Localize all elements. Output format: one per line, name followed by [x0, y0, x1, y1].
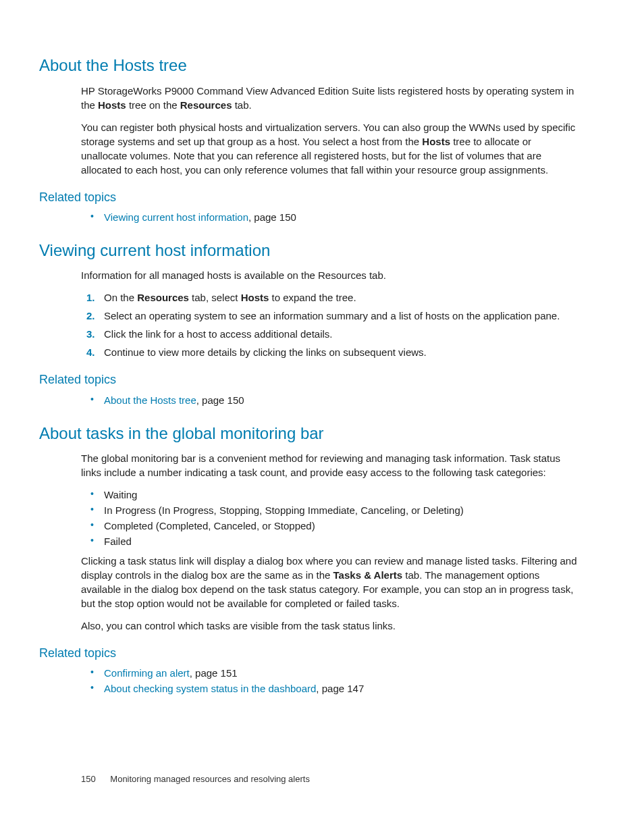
- related-topics-heading: Related topics: [39, 371, 578, 388]
- text: , page 151: [190, 667, 238, 679]
- bold-text: Hosts: [98, 99, 126, 111]
- text: tab.: [232, 99, 252, 111]
- heading-viewing-current-host-info: Viewing current host information: [39, 239, 578, 262]
- document-page: About the Hosts tree HP StorageWorks P90…: [0, 0, 644, 834]
- section2-body: Information for all managed hosts is ava…: [81, 268, 578, 359]
- text: tree on the: [126, 99, 180, 111]
- link-about-checking-system-status[interactable]: About checking system status in the dash…: [104, 683, 316, 694]
- link-about-hosts-tree[interactable]: About the Hosts tree: [104, 394, 196, 406]
- bold-text: Hosts: [241, 292, 269, 303]
- related-topics-heading: Related topics: [39, 645, 578, 662]
- list-item: About the Hosts tree, page 150: [81, 393, 578, 407]
- text: to expand the tree.: [269, 292, 356, 303]
- link-confirming-an-alert[interactable]: Confirming an alert: [104, 667, 190, 679]
- section1-related: Viewing current host information, page 1…: [81, 210, 578, 224]
- section3-para2: Clicking a task status link will display…: [81, 554, 578, 610]
- section1-body: HP StorageWorks P9000 Command View Advan…: [81, 84, 578, 177]
- steps-list: On the Resources tab, select Hosts to ex…: [81, 290, 578, 359]
- related-topics-list: Viewing current host information, page 1…: [81, 210, 578, 224]
- link-viewing-current-host-info[interactable]: Viewing current host information: [104, 211, 248, 223]
- list-item: Completed (Completed, Canceled, or Stopp…: [81, 519, 578, 533]
- section3-related: Confirming an alert, page 151 About chec…: [81, 666, 578, 696]
- section3-body: The global monitoring bar is a convenien…: [81, 451, 578, 633]
- step-item: On the Resources tab, select Hosts to ex…: [81, 290, 578, 305]
- chapter-title: Monitoring managed resources and resolvi…: [110, 774, 310, 784]
- heading-about-hosts-tree: About the Hosts tree: [39, 54, 578, 77]
- list-item: In Progress (In Progress, Stopping, Stop…: [81, 503, 578, 517]
- section1-para1: HP StorageWorks P9000 Command View Advan…: [81, 84, 578, 112]
- section3-para1: The global monitoring bar is a convenien…: [81, 451, 578, 479]
- related-topics-list: Confirming an alert, page 151 About chec…: [81, 666, 578, 696]
- section3-para3: Also, you can control which tasks are vi…: [81, 619, 578, 633]
- section2-related: About the Hosts tree, page 150: [81, 393, 578, 407]
- list-item: Waiting: [81, 488, 578, 502]
- list-item: Confirming an alert, page 151: [81, 666, 578, 680]
- text: , page 150: [196, 394, 244, 406]
- list-item: Viewing current host information, page 1…: [81, 210, 578, 224]
- bold-text: Tasks & Alerts: [333, 569, 403, 581]
- page-footer: 150 Monitoring managed resources and res…: [81, 773, 310, 785]
- text: tab, select: [189, 292, 241, 303]
- heading-about-tasks-global-monitoring: About tasks in the global monitoring bar: [39, 422, 578, 445]
- section2-para1: Information for all managed hosts is ava…: [81, 268, 578, 282]
- page-number: 150: [81, 774, 96, 784]
- related-topics-list: About the Hosts tree, page 150: [81, 393, 578, 407]
- bold-text: Resources: [137, 292, 189, 303]
- bold-text: Resources: [180, 99, 232, 111]
- text: , page 147: [316, 683, 364, 694]
- text: On the: [104, 292, 137, 303]
- task-categories-list: Waiting In Progress (In Progress, Stoppi…: [81, 488, 578, 548]
- bold-text: Hosts: [422, 136, 450, 147]
- text: , page 150: [248, 211, 296, 223]
- list-item: Failed: [81, 534, 578, 548]
- step-item: Continue to view more details by clickin…: [81, 345, 578, 359]
- list-item: About checking system status in the dash…: [81, 681, 578, 696]
- step-item: Select an operating system to see an inf…: [81, 309, 578, 323]
- related-topics-heading: Related topics: [39, 189, 578, 206]
- section1-para2: You can register both physical hosts and…: [81, 120, 578, 177]
- step-item: Click the link for a host to access addi…: [81, 327, 578, 341]
